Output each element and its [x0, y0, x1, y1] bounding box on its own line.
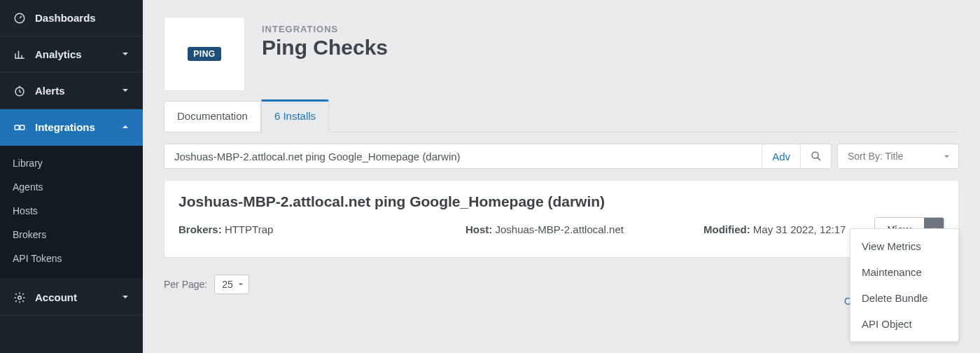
view-dropdown-menu: View Metrics Maintenance Delete Bundle A…: [850, 228, 959, 342]
search-input[interactable]: [164, 144, 762, 168]
chevron-down-icon: [122, 50, 130, 59]
search-button[interactable]: [800, 144, 831, 168]
svg-point-4: [18, 296, 22, 299]
sidebar-item-label: Account: [35, 291, 122, 303]
sidebar-item-integrations[interactable]: Integrations: [0, 109, 143, 146]
advanced-search-link[interactable]: Adv: [762, 144, 800, 168]
ping-badge: PING: [188, 47, 220, 61]
main-content: PING INTEGRATIONS Ping Checks Documentat…: [143, 0, 980, 353]
modified-value: May 31 2022, 12:17: [753, 223, 846, 235]
sidebar-subitem-agents[interactable]: Agents: [0, 175, 143, 199]
tabs: Documentation 6 Installs: [164, 99, 959, 132]
chevron-down-icon: [122, 293, 130, 302]
host-value: Joshuas-MBP-2.attlocal.net: [496, 223, 624, 235]
brokers-label: Brokers:: [178, 223, 222, 235]
per-page-value: 25: [222, 279, 233, 290]
tab-installs[interactable]: 6 Installs: [261, 99, 329, 132]
sidebar-sublist: Library Agents Hosts Brokers API Tokens: [0, 146, 143, 279]
host-label: Host:: [465, 223, 492, 235]
search-icon: [810, 150, 822, 162]
tab-documentation[interactable]: Documentation: [164, 101, 261, 132]
sidebar-item-label: Dashboards: [35, 12, 130, 24]
analytics-icon: [13, 48, 27, 62]
dropdown-item-view-metrics[interactable]: View Metrics: [850, 233, 958, 259]
result-title: Joshuas-MBP-2.attlocal.net ping Google_H…: [178, 193, 944, 210]
sidebar-subitem-brokers[interactable]: Brokers: [0, 223, 143, 247]
search-bar: Adv: [164, 144, 832, 169]
sidebar-subitem-library[interactable]: Library: [0, 151, 143, 175]
chevron-down-icon: [122, 87, 130, 95]
sidebar-item-dashboards[interactable]: Dashboards: [0, 0, 143, 36]
sidebar-item-label: Integrations: [35, 121, 122, 133]
dropdown-item-maintenance[interactable]: Maintenance: [850, 259, 958, 285]
caret-down-icon: [238, 282, 244, 287]
sidebar-item-label: Alerts: [35, 85, 122, 97]
dashboard-icon: [13, 11, 27, 25]
svg-point-5: [812, 152, 818, 158]
sidebar-subitem-api-tokens[interactable]: API Tokens: [0, 247, 143, 270]
sidebar-item-label: Analytics: [35, 48, 122, 60]
svg-rect-3: [20, 125, 24, 130]
per-page-select[interactable]: 25: [214, 275, 249, 294]
page-title: Ping Checks: [262, 36, 388, 60]
modified-label: Modified:: [704, 223, 750, 235]
sidebar-subitem-hosts[interactable]: Hosts: [0, 199, 143, 223]
per-page-label: Per Page:: [164, 279, 207, 290]
result-card: Joshuas-MBP-2.attlocal.net ping Google_H…: [164, 180, 959, 258]
integration-logo-card: PING: [164, 17, 245, 91]
chevron-up-icon: [122, 123, 130, 132]
sidebar-item-alerts[interactable]: Alerts: [0, 73, 143, 109]
sidebar: Dashboards Analytics Alerts Integrati: [0, 0, 143, 353]
sidebar-item-account[interactable]: Account: [0, 279, 143, 316]
sort-label: Sort By: Title: [848, 151, 903, 162]
sidebar-item-analytics[interactable]: Analytics: [0, 36, 143, 73]
alerts-icon: [13, 84, 27, 98]
dropdown-item-api-object[interactable]: API Object: [850, 311, 958, 337]
integrations-icon: [13, 120, 27, 134]
sort-dropdown[interactable]: Sort By: Title: [837, 144, 959, 169]
chevron-down-icon: [944, 153, 950, 160]
svg-rect-2: [15, 125, 19, 130]
eyebrow-text: INTEGRATIONS: [262, 24, 388, 34]
dropdown-item-delete-bundle[interactable]: Delete Bundle: [850, 285, 958, 311]
brokers-value: HTTPTrap: [225, 223, 273, 235]
gear-icon: [13, 291, 27, 305]
